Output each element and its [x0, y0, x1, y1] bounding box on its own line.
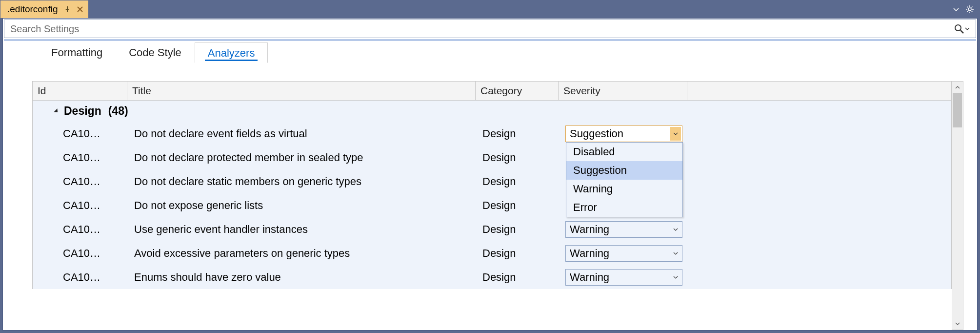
group-row-design[interactable]: Design (48) [33, 101, 951, 122]
search-icon [954, 24, 964, 34]
severity-value: Warning [570, 223, 609, 236]
scroll-up-icon[interactable] [952, 82, 963, 93]
tab-analyzers[interactable]: Analyzers [195, 42, 268, 63]
document-tab-label: .editorconfig [7, 4, 58, 15]
severity-option-disabled[interactable]: Disabled [566, 143, 682, 161]
col-header-category[interactable]: Category [476, 82, 559, 100]
severity-select[interactable]: Warning [565, 269, 682, 286]
svg-line-7 [967, 11, 968, 12]
svg-line-8 [972, 7, 973, 8]
cell-title: Do not declare event fields as virtual [134, 127, 482, 140]
analyzer-grid: Id Title Category Severity Design (48) C… [32, 81, 952, 330]
severity-value: Suggestion [570, 127, 623, 140]
vertical-scrollbar[interactable] [952, 81, 963, 330]
severity-option-suggestion[interactable]: Suggestion [566, 161, 682, 180]
severity-value: Warning [570, 271, 609, 284]
cell-title: Do not expose generic lists [134, 199, 482, 212]
cell-id: CA10… [63, 223, 134, 236]
chevron-down-icon [670, 127, 681, 141]
search-button[interactable] [952, 23, 972, 35]
col-header-title[interactable]: Title [127, 82, 476, 100]
grid-header: Id Title Category Severity [32, 81, 952, 101]
chevron-down-icon [670, 247, 681, 260]
cell-id: CA10… [63, 175, 134, 188]
cell-cat: Design [482, 127, 565, 140]
table-row[interactable]: CA10… Use generic event handler instance… [33, 217, 951, 241]
subtabs: Formatting Code Style Analyzers [3, 41, 977, 62]
chevron-down-icon [670, 223, 681, 236]
cell-id: CA10… [63, 127, 134, 140]
svg-point-9 [955, 25, 961, 31]
scroll-track[interactable] [952, 127, 963, 318]
cell-title: Do not declare static members on generic… [134, 175, 482, 188]
col-header-id[interactable]: Id [33, 82, 127, 100]
cell-cat: Design [482, 247, 565, 260]
table-row[interactable]: CA10… Do not expose generic lists Design [33, 193, 951, 217]
col-header-rest [687, 82, 951, 100]
severity-select[interactable]: Warning [565, 245, 682, 262]
cell-cat: Design [482, 175, 565, 188]
cell-cat: Design [482, 223, 565, 236]
table-row[interactable]: CA10… Do not declare event fields as vir… [33, 122, 951, 146]
document-tab[interactable]: .editorconfig [0, 0, 88, 18]
chevron-down-icon [670, 271, 681, 284]
scroll-down-icon[interactable] [952, 318, 963, 330]
severity-option-warning[interactable]: Warning [566, 180, 682, 198]
editor-pane: Formatting Code Style Analyzers Id Title… [2, 18, 978, 331]
cell-title: Enums should have zero value [134, 271, 482, 284]
window-menu-icon[interactable] [949, 0, 963, 18]
tab-formatting[interactable]: Formatting [38, 42, 116, 62]
grid-wrap: Id Title Category Severity Design (48) C… [32, 81, 963, 330]
search-input[interactable] [10, 23, 952, 35]
tab-code-style[interactable]: Code Style [116, 42, 195, 62]
table-row[interactable]: CA10… Enums should have zero value Desig… [33, 265, 951, 289]
group-count: (48) [108, 104, 128, 118]
svg-point-0 [968, 8, 971, 11]
table-row[interactable]: CA10… Do not declare static members on g… [33, 169, 951, 193]
cell-title: Avoid excessive parameters on generic ty… [134, 247, 482, 260]
svg-line-5 [967, 7, 968, 8]
scroll-thumb[interactable] [953, 93, 962, 127]
cell-title: Use generic event handler instances [134, 223, 482, 236]
gear-icon[interactable] [963, 0, 977, 18]
pin-icon[interactable] [64, 6, 71, 13]
svg-line-10 [960, 30, 963, 33]
table-row[interactable]: CA10… Avoid excessive parameters on gene… [33, 241, 951, 265]
close-icon[interactable] [77, 6, 83, 13]
cell-id: CA10… [63, 199, 134, 212]
severity-option-error[interactable]: Error [566, 198, 682, 217]
cell-id: CA10… [63, 151, 134, 164]
cell-cat: Design [482, 199, 565, 212]
group-name: Design [64, 104, 101, 118]
severity-dropdown: Disabled Suggestion Warning Error [566, 142, 683, 217]
table-row[interactable]: CA10… Do not declare protected member in… [33, 146, 951, 169]
search-bar [4, 20, 976, 38]
severity-value: Warning [570, 247, 609, 260]
col-header-severity[interactable]: Severity [559, 82, 687, 100]
grid-body: Design (48) CA10… Do not declare event f… [32, 101, 952, 289]
cell-cat: Design [482, 271, 565, 284]
cell-id: CA10… [63, 247, 134, 260]
expand-icon [54, 108, 59, 114]
cell-cat: Design [482, 151, 565, 164]
cell-id: CA10… [63, 271, 134, 284]
severity-select[interactable]: Warning [565, 221, 682, 238]
chevron-down-icon [965, 26, 970, 31]
titlebar: .editorconfig [0, 0, 980, 18]
severity-select[interactable]: Suggestion Disabled Suggestion Warning E… [565, 125, 682, 142]
cell-title: Do not declare protected member in seale… [134, 151, 482, 164]
svg-line-6 [972, 11, 973, 12]
